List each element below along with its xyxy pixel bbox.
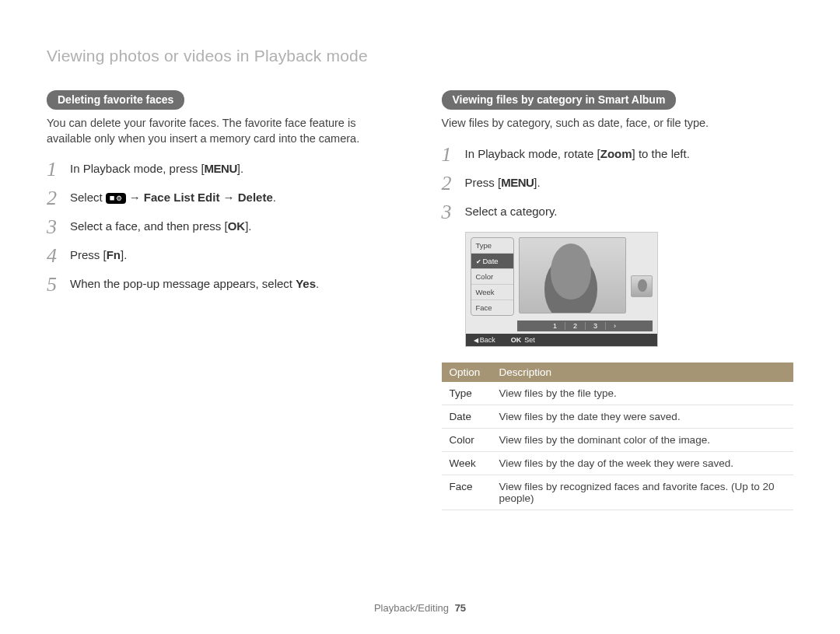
fn-label: Fn	[107, 248, 121, 261]
text: Press [	[465, 176, 502, 189]
desc-week: View files by the day of the week they w…	[492, 451, 794, 475]
pager-next-icon[interactable]: ›	[606, 322, 624, 330]
right-column: Viewing files by category in Smart Album…	[442, 90, 794, 510]
step-r2: Press [MENU].	[442, 174, 794, 191]
opt-date: Date	[442, 405, 492, 428]
page-title: Viewing photos or videos in Playback mod…	[47, 47, 793, 65]
step-2: Select ■ → Face List Edit → Delete.	[47, 189, 399, 205]
section-pill-deleting: Deleting favorite faces	[47, 90, 184, 110]
text: →	[126, 191, 144, 204]
intro-left: You can delete your favorite faces. The …	[47, 116, 399, 146]
page-footer: Playback/Editing 75	[0, 602, 840, 614]
page-number: 75	[455, 602, 466, 614]
th-option: Option	[442, 363, 492, 382]
ok-label: OK	[228, 219, 246, 233]
set-label: Set	[524, 336, 535, 344]
text: Press [	[70, 248, 107, 261]
opt-type: Type	[442, 382, 492, 405]
desc-type: View files by the file type.	[492, 382, 794, 405]
text: In Playback mode, rotate [	[465, 147, 600, 160]
step-1: In Playback mode, press [MENU].	[47, 160, 399, 177]
text: ].	[534, 176, 540, 189]
steps-left: In Playback mode, press [MENU]. Select ■…	[47, 160, 399, 292]
step-4: Press [Fn].	[47, 247, 399, 263]
camera-screen: Type Date Color Week Face 1 2 3 › Back	[465, 232, 658, 347]
pager-3[interactable]: 3	[586, 322, 606, 330]
face-list-edit-label: Face List Edit	[144, 191, 220, 204]
category-list: Type Date Color Week Face	[471, 237, 514, 316]
desc-color: View files by the dominant color of the …	[492, 428, 794, 451]
step-3: Select a face, and then press [OK].	[47, 218, 399, 234]
table-row: Color View files by the dominant color o…	[442, 428, 794, 451]
opt-face: Face	[442, 475, 492, 510]
opt-color: Color	[442, 428, 492, 451]
text: Select a face, and then press [	[70, 219, 228, 233]
set-button[interactable]: OKSet	[511, 336, 535, 344]
text: .	[316, 277, 319, 290]
text: ] to the left.	[632, 147, 690, 160]
pager: 1 2 3 ›	[517, 321, 653, 331]
delete-label: Delete	[238, 191, 273, 204]
text: →	[219, 191, 237, 204]
step-5: When the pop-up message appears, select …	[47, 275, 399, 292]
table-row: Week View files by the day of the week t…	[442, 451, 794, 475]
text: .	[273, 191, 276, 204]
category-item-color[interactable]: Color	[471, 269, 513, 285]
zoom-label: Zoom	[600, 147, 632, 160]
left-column: Deleting favorite faces You can delete y…	[47, 90, 399, 510]
step-r3: Select a category.	[442, 203, 794, 219]
pager-2[interactable]: 2	[565, 322, 586, 330]
options-table: Option Description Type View files by th…	[442, 363, 794, 510]
yes-label: Yes	[296, 277, 316, 290]
category-item-type[interactable]: Type	[471, 238, 513, 254]
table-row: Face View files by recognized faces and …	[442, 475, 794, 510]
desc-date: View files by the date they were saved.	[492, 405, 794, 428]
menu-label: MENU	[205, 162, 237, 175]
category-item-week[interactable]: Week	[471, 285, 513, 300]
ok-icon: OK	[511, 336, 522, 344]
preview-photo-large	[519, 237, 626, 313]
text: When the pop-up message appears, select	[70, 277, 296, 290]
screen-footer: Back OKSet	[466, 334, 657, 346]
text: ].	[245, 219, 251, 233]
text: ].	[237, 162, 243, 175]
text: ].	[121, 248, 127, 261]
table-row: Type View files by the file type.	[442, 382, 794, 405]
text: Select	[70, 191, 106, 204]
text: Select a category.	[465, 205, 558, 218]
menu-label: MENU	[501, 176, 534, 189]
back-button[interactable]: Back	[474, 336, 495, 344]
table-row: Date View files by the date they were sa…	[442, 405, 794, 428]
category-item-face[interactable]: Face	[471, 300, 513, 315]
photo-area	[519, 233, 657, 321]
footer-section: Playback/Editing	[374, 602, 449, 614]
pager-1[interactable]: 1	[545, 322, 565, 330]
intro-right: View files by category, such as date, fa…	[442, 116, 794, 131]
section-pill-smart-album: Viewing files by category in Smart Album	[442, 90, 677, 110]
text: In Playback mode, press [	[70, 162, 205, 175]
steps-right: In Playback mode, rotate [Zoom] to the l…	[442, 145, 794, 219]
step-r1: In Playback mode, rotate [Zoom] to the l…	[442, 145, 794, 162]
camera-gear-icon: ■	[106, 193, 126, 204]
th-description: Description	[492, 363, 794, 382]
opt-week: Week	[442, 451, 492, 475]
desc-face: View files by recognized faces and favor…	[492, 475, 794, 510]
preview-photo-small	[631, 275, 653, 297]
category-item-date[interactable]: Date	[471, 254, 513, 269]
